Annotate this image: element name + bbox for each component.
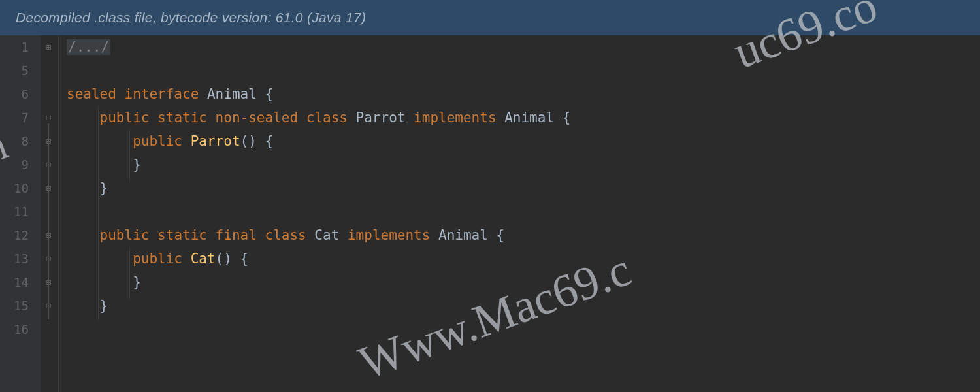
code-editor: 1 5 6 7 8 9 10 11 12 13 14 15 16 /.../ <box>0 35 980 392</box>
code-line: public Cat() { <box>67 247 980 270</box>
line-number: 16 <box>0 318 29 341</box>
code-line: } <box>67 176 980 200</box>
code-line: sealed interface Animal { <box>67 82 980 106</box>
code-line: public Parrot() { <box>67 129 980 153</box>
line-number: 8 <box>0 129 29 153</box>
code-line: } <box>67 294 980 318</box>
decompiled-banner: Decompiled .class file, bytecode version… <box>0 0 980 35</box>
code-line: public static final class Cat implements… <box>67 223 980 247</box>
code-line: public static non-sealed class Parrot im… <box>67 106 980 129</box>
line-number-gutter: 1 5 6 7 8 9 10 11 12 13 14 15 16 <box>0 35 41 392</box>
line-number: 12 <box>0 223 29 247</box>
code-line: /.../ <box>67 35 980 59</box>
code-line <box>67 59 980 82</box>
code-line: } <box>67 270 980 294</box>
code-line <box>67 318 980 341</box>
code-area[interactable]: /.../ sealed interface Animal { public s… <box>59 35 980 392</box>
line-number: 11 <box>0 200 29 223</box>
line-number: 7 <box>0 106 29 129</box>
line-number: 15 <box>0 294 29 318</box>
line-number: 5 <box>0 59 29 82</box>
line-number: 9 <box>0 153 29 176</box>
line-number: 14 <box>0 270 29 294</box>
line-number: 13 <box>0 247 29 270</box>
folded-region[interactable]: /.../ <box>67 39 110 55</box>
line-number: 1 <box>0 35 29 59</box>
fold-collapse-icon[interactable] <box>43 112 54 123</box>
fold-expand-icon[interactable] <box>43 42 54 52</box>
line-number: 6 <box>0 82 29 106</box>
fold-gutter <box>41 35 59 392</box>
code-line <box>67 200 980 223</box>
line-number: 10 <box>0 176 29 200</box>
code-line: } <box>67 153 980 176</box>
